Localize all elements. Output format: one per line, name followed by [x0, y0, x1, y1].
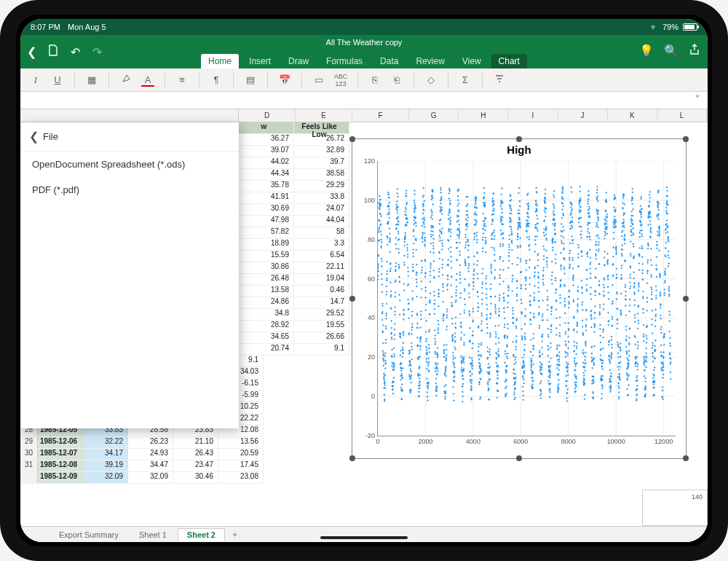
dropdown-back[interactable]: ❮ File	[20, 122, 239, 152]
table-row[interactable]: 34.829.52	[239, 309, 349, 321]
tab-view[interactable]: View	[455, 54, 488, 68]
table-row[interactable]: 30.6924.07	[239, 204, 349, 216]
share-icon[interactable]	[689, 44, 700, 58]
bold-button[interactable]: I	[28, 74, 44, 86]
add-sheet-button[interactable]: ＋	[226, 529, 244, 540]
sheet-tab[interactable]: Sheet 2	[178, 528, 225, 541]
upper-cells[interactable]: wFeels Like Low36.2726.7239.0732.8944.02…	[239, 122, 349, 356]
tab-draw[interactable]: Draw	[281, 54, 316, 68]
cell-styles-button[interactable]: ▭	[311, 74, 327, 85]
col-header[interactable]: G	[409, 109, 459, 122]
table-row[interactable]: 13.580.46	[239, 286, 349, 297]
table-row[interactable]: 44.3438.58	[239, 169, 349, 181]
tab-chart[interactable]: Chart	[491, 54, 527, 68]
col-header[interactable]: H	[459, 109, 508, 122]
insert-cells-button[interactable]: ⎘	[367, 74, 383, 85]
export-option-ods[interactable]: OpenDocument Spreadsheet (*.ods)	[20, 152, 239, 177]
border-button[interactable]: ▦	[84, 74, 100, 85]
tab-review[interactable]: Review	[408, 54, 451, 68]
number-format-button[interactable]: 📅	[277, 74, 293, 85]
formula-bar[interactable]: ˅	[20, 92, 708, 109]
table-row[interactable]: 1985-12-0932.0932.0930.4623.08	[20, 472, 264, 484]
svg-rect-1332	[502, 245, 505, 247]
svg-rect-1335	[502, 292, 505, 294]
autosum-button[interactable]: Σ	[457, 74, 473, 85]
resize-handle[interactable]	[516, 455, 522, 461]
font-color-button[interactable]: A	[140, 74, 156, 85]
svg-rect-2221	[587, 203, 589, 205]
svg-rect-1525	[521, 328, 523, 330]
search-icon[interactable]: 🔍	[664, 44, 678, 58]
resize-handle[interactable]	[683, 296, 689, 302]
svg-rect-1876	[554, 222, 556, 224]
table-row[interactable]: 47.9844.04	[239, 216, 349, 227]
chart-object[interactable]: High -2002040608010012002000400060008000…	[352, 138, 687, 459]
table-row[interactable]: 30.8622.11	[239, 262, 349, 274]
svg-rect-163	[391, 365, 393, 367]
table-row[interactable]: 26.4819.04	[239, 274, 349, 286]
lightbulb-icon[interactable]: 💡	[639, 44, 654, 58]
svg-rect-2423	[606, 232, 609, 235]
table-row[interactable]: 291985-12-0632.2226.2321.1013.56	[20, 437, 264, 449]
svg-rect-775	[449, 222, 451, 224]
table-row[interactable]: 57.8258	[239, 227, 349, 239]
col-header[interactable]: I	[508, 109, 558, 122]
tab-insert[interactable]: Insert	[242, 54, 278, 68]
table-row[interactable]: 311985-12-0839.1934.4723.4717.45	[20, 460, 264, 472]
sheet-tab[interactable]: Export Summary	[50, 528, 128, 541]
table-row[interactable]: 24.8614.7	[239, 297, 349, 309]
table-row[interactable]: 41.9133.8	[239, 192, 349, 204]
resize-handle[interactable]	[516, 136, 522, 142]
svg-rect-2702	[633, 278, 635, 280]
secondary-chart-peek[interactable]: 140	[642, 490, 708, 526]
svg-rect-2390	[603, 286, 605, 289]
table-row[interactable]: 18.893.3	[239, 239, 349, 251]
svg-rect-2715	[634, 321, 636, 323]
col-header[interactable]: F	[352, 109, 409, 122]
table-row[interactable]: 301985-12-0734.1724.9326.4320.59	[20, 449, 264, 460]
column-headers[interactable]: D E F G H I J K L	[20, 109, 708, 122]
resize-handle[interactable]	[683, 136, 689, 142]
table-row[interactable]: 35.7829.29	[239, 181, 349, 192]
resize-handle[interactable]	[349, 455, 355, 461]
tab-formulas[interactable]: Formulas	[319, 54, 370, 68]
resize-handle[interactable]	[683, 455, 689, 461]
chevron-down-icon[interactable]: ˅	[695, 93, 700, 107]
merge-button[interactable]: ▤	[242, 74, 258, 85]
col-header[interactable]: E	[296, 109, 352, 122]
clear-button[interactable]: ◇	[423, 74, 439, 85]
table-row[interactable]: 15.596.54	[239, 251, 349, 262]
table-row[interactable]: 20.749.1	[239, 344, 349, 356]
svg-rect-1944	[561, 242, 563, 244]
table-row[interactable]: 36.2726.72	[239, 134, 349, 146]
svg-rect-2627	[625, 353, 628, 355]
sort-filter-button[interactable]	[491, 74, 507, 86]
table-row[interactable]: 44.0239.7	[239, 157, 349, 169]
table-row[interactable]: 39.0732.89	[239, 146, 349, 157]
col-header[interactable]: D	[239, 109, 296, 122]
svg-rect-1205	[490, 264, 492, 266]
underline-button[interactable]: U	[50, 74, 66, 85]
home-indicator[interactable]	[320, 536, 408, 539]
align-button[interactable]: ≡	[174, 74, 190, 85]
tab-home[interactable]: Home	[201, 54, 239, 68]
tab-data[interactable]: Data	[373, 54, 405, 68]
resize-handle[interactable]	[349, 136, 355, 142]
fill-color-button[interactable]	[118, 74, 134, 86]
table-row[interactable]: 28.9219.55	[239, 321, 349, 332]
abc-button[interactable]: ABC123	[333, 73, 349, 87]
svg-rect-924	[464, 312, 466, 314]
col-header[interactable]: K	[608, 109, 657, 122]
col-header[interactable]: J	[558, 109, 608, 122]
x-tick: 12000	[654, 436, 673, 445]
col-header[interactable]: L	[657, 109, 707, 122]
delete-cells-button[interactable]: ⎗	[389, 74, 405, 85]
svg-rect-258	[400, 350, 402, 352]
resize-handle[interactable]	[349, 296, 355, 302]
y-tick: 80	[368, 236, 378, 243]
rtl-button[interactable]: ¶	[208, 74, 224, 85]
table-row[interactable]: 34.6526.66	[239, 332, 349, 344]
sheet-tab[interactable]: Sheet 1	[130, 528, 176, 541]
svg-rect-483	[422, 218, 424, 220]
export-option-pdf[interactable]: PDF (*.pdf)	[20, 177, 239, 203]
